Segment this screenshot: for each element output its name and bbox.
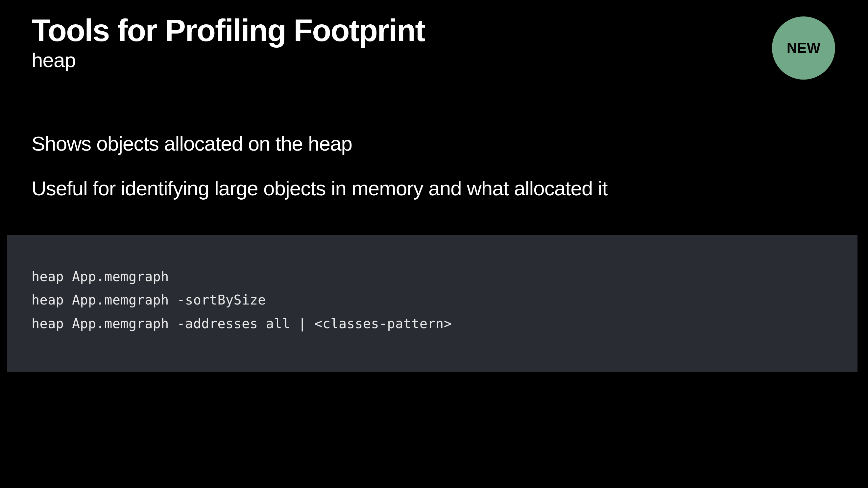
content-area: Shows objects allocated on the heap Usef… <box>32 131 836 372</box>
slide-container: Tools for Profiling Footprint heap NEW S… <box>0 0 868 488</box>
bullet-item: Useful for identifying large objects in … <box>32 176 836 201</box>
code-line: heap App.memgraph <box>32 265 833 288</box>
code-line: heap App.memgraph -sortBySize <box>32 288 833 312</box>
code-line: heap App.memgraph -addresses all | <clas… <box>32 312 833 335</box>
new-badge: NEW <box>772 17 835 80</box>
slide-title: Tools for Profiling Footprint <box>32 13 836 48</box>
badge-label: NEW <box>787 40 820 56</box>
code-block: heap App.memgraph heap App.memgraph -sor… <box>7 235 858 372</box>
bullet-item: Shows objects allocated on the heap <box>32 131 836 156</box>
slide-subtitle: heap <box>32 48 836 72</box>
